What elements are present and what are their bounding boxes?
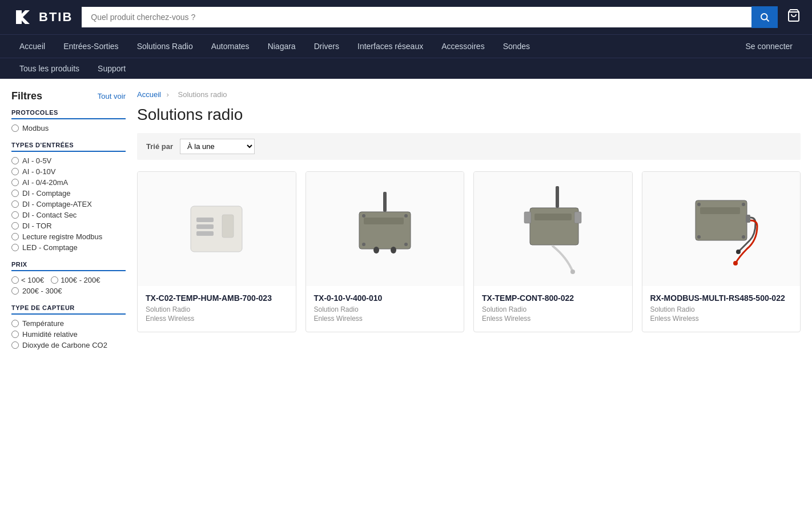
label-di-comptage-atex: DI - Comptage-ATEX bbox=[22, 200, 92, 208]
breadcrumb: Accueil › Solutions radio bbox=[137, 90, 801, 99]
svg-point-23 bbox=[570, 269, 575, 274]
nav-accueil[interactable]: Accueil bbox=[11, 35, 53, 58]
radio-200-300[interactable] bbox=[11, 287, 19, 295]
nav-solutions-radio[interactable]: Solutions Radio bbox=[129, 35, 201, 58]
radio-co2[interactable] bbox=[11, 341, 19, 349]
svg-point-17 bbox=[391, 247, 396, 254]
sidebar-title: Filtres bbox=[11, 90, 42, 102]
nav-connect[interactable]: Se connecter bbox=[738, 35, 801, 58]
content-wrapper: Filtres Tout voir PROTOCOLES Modbus TYPE… bbox=[0, 79, 812, 370]
radio-di-comptage-atex[interactable] bbox=[11, 200, 19, 208]
filter-item-ai05v: AI - 0-5V bbox=[11, 156, 126, 165]
product-card-4[interactable]: RX-MODBUS-MULTI-RS485-500-022 Solution R… bbox=[642, 171, 801, 332]
filter-item-200-300: 200€ - 300€ bbox=[11, 287, 126, 295]
radio-lecture-registre[interactable] bbox=[11, 233, 19, 240]
product-grid: TX-C02-TEMP-HUM-AMB-700-023 Solution Rad… bbox=[137, 171, 801, 332]
tout-voir-link[interactable]: Tout voir bbox=[98, 92, 126, 100]
main-content: Accueil › Solutions radio Solutions radi… bbox=[137, 90, 801, 359]
product-card-3[interactable]: TX-TEMP-CONT-800-022 Solution Radio Enle… bbox=[473, 171, 633, 332]
filter-title-types-entrees: TYPES D'ENTRÉES bbox=[11, 142, 126, 152]
filter-section-protocoles: PROTOCOLES Modbus bbox=[11, 109, 126, 132]
svg-point-28 bbox=[697, 235, 701, 239]
breadcrumb-separator: › bbox=[167, 90, 171, 99]
logo-area[interactable]: BTIB bbox=[11, 6, 73, 29]
svg-point-31 bbox=[736, 250, 741, 254]
svg-point-32 bbox=[733, 261, 738, 265]
search-icon bbox=[759, 12, 770, 22]
radio-ai010v[interactable] bbox=[11, 168, 19, 175]
label-di-contact-sec: DI - Contact Sec bbox=[22, 211, 77, 219]
radio-temperature[interactable] bbox=[11, 320, 19, 327]
nav-drivers[interactable]: Drivers bbox=[306, 35, 347, 58]
product-brand-1: Enless Wireless bbox=[146, 315, 288, 323]
search-input[interactable] bbox=[82, 7, 751, 27]
product-info-2: TX-0-10-V-400-010 Solution Radio Enless … bbox=[306, 286, 464, 332]
label-co2: Dioxyde de Carbone CO2 bbox=[22, 341, 107, 349]
nav-support[interactable]: Support bbox=[90, 58, 134, 79]
product-card-2[interactable]: TX-0-10-V-400-010 Solution Radio Enless … bbox=[305, 171, 465, 332]
product-svg-4 bbox=[684, 183, 758, 275]
product-category-3: Solution Radio bbox=[482, 305, 624, 313]
filter-item-modbus: Modbus bbox=[11, 124, 126, 132]
sidebar: Filtres Tout voir PROTOCOLES Modbus TYPE… bbox=[11, 90, 126, 359]
radio-ai05v[interactable] bbox=[11, 157, 19, 164]
nav-secondary: Tous les produits Support bbox=[0, 58, 812, 79]
logo-text: BTIB bbox=[39, 10, 73, 25]
nav-entrees-sorties[interactable]: Entrées-Sorties bbox=[55, 35, 126, 58]
sort-label: Trié par bbox=[146, 142, 173, 151]
cart-button[interactable] bbox=[787, 9, 801, 26]
svg-point-29 bbox=[742, 235, 745, 239]
product-name-1: TX-C02-TEMP-HUM-AMB-700-023 bbox=[146, 293, 288, 303]
label-di-tor: DI - TOR bbox=[22, 222, 52, 230]
radio-100-200[interactable] bbox=[51, 276, 58, 284]
breadcrumb-home[interactable]: Accueil bbox=[137, 90, 161, 99]
radio-di-comptage[interactable] bbox=[11, 190, 19, 197]
sidebar-header: Filtres Tout voir bbox=[11, 90, 126, 102]
label-temperature: Température bbox=[22, 319, 64, 328]
svg-point-12 bbox=[362, 214, 365, 218]
svg-rect-10 bbox=[359, 212, 411, 249]
product-svg-3 bbox=[516, 183, 590, 275]
svg-point-16 bbox=[373, 247, 379, 254]
nav-automates[interactable]: Automates bbox=[203, 35, 258, 58]
sort-select[interactable]: À la une Prix croissant Prix décroissant… bbox=[180, 139, 255, 154]
radio-led-comptage[interactable] bbox=[11, 244, 19, 251]
svg-rect-21 bbox=[524, 212, 531, 223]
filter-item-led-comptage: LED - Comptage bbox=[11, 243, 126, 252]
product-category-4: Solution Radio bbox=[650, 305, 793, 313]
search-button[interactable] bbox=[751, 6, 778, 28]
svg-line-2 bbox=[766, 19, 769, 21]
svg-point-15 bbox=[404, 243, 408, 246]
page-title: Solutions radio bbox=[137, 106, 801, 124]
svg-rect-30 bbox=[746, 215, 750, 223]
label-ai05v: AI - 0-5V bbox=[22, 156, 51, 165]
label-lecture-registre: Lecture registre Modbus bbox=[22, 232, 102, 241]
filter-item-di-comptage-atex: DI - Comptage-ATEX bbox=[11, 200, 126, 208]
product-name-3: TX-TEMP-CONT-800-022 bbox=[482, 293, 624, 303]
product-svg-1 bbox=[179, 189, 254, 269]
svg-rect-19 bbox=[530, 208, 578, 245]
radio-di-tor[interactable] bbox=[11, 222, 19, 230]
svg-rect-20 bbox=[534, 214, 572, 220]
svg-point-26 bbox=[697, 203, 701, 206]
nav-sondes[interactable]: Sondes bbox=[495, 35, 538, 58]
product-svg-2 bbox=[348, 186, 422, 272]
svg-rect-6 bbox=[196, 224, 214, 229]
label-100-200: 100€ - 200€ bbox=[51, 276, 100, 284]
radio-lt100[interactable] bbox=[11, 276, 19, 284]
filter-item-ai010v: AI - 0-10V bbox=[11, 167, 126, 176]
label-di-comptage: DI - Comptage bbox=[22, 189, 71, 198]
nav-tous-produits[interactable]: Tous les produits bbox=[11, 58, 87, 79]
filter-section-type-capteur: TYPE DE CAPTEUR Température Humidité rel… bbox=[11, 304, 126, 349]
svg-point-1 bbox=[761, 14, 767, 20]
radio-ai0420ma[interactable] bbox=[11, 179, 19, 186]
nav-niagara[interactable]: Niagara bbox=[260, 35, 304, 58]
radio-modbus[interactable] bbox=[11, 124, 19, 132]
price-item-100-200: 100€ - 200€ bbox=[51, 276, 100, 284]
radio-humidite[interactable] bbox=[11, 331, 19, 338]
filter-item-di-contact-sec: DI - Contact Sec bbox=[11, 211, 126, 219]
product-card-1[interactable]: TX-C02-TEMP-HUM-AMB-700-023 Solution Rad… bbox=[137, 171, 296, 332]
radio-di-contact-sec[interactable] bbox=[11, 211, 19, 219]
nav-interfaces-reseaux[interactable]: Interfaces réseaux bbox=[349, 35, 431, 58]
nav-accessoires[interactable]: Accessoires bbox=[433, 35, 492, 58]
